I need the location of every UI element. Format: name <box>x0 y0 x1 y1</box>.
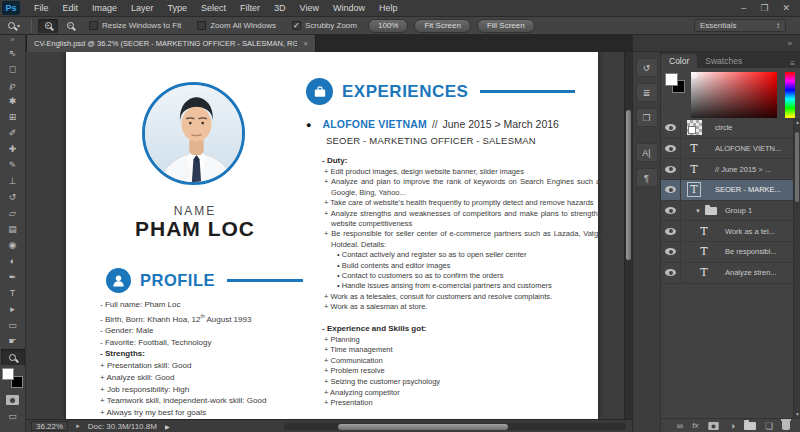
menu-type[interactable]: Type <box>161 0 195 16</box>
layer-comps-panel-icon[interactable]: ❐ <box>636 108 658 127</box>
status-forward-icon[interactable]: ▶ <box>165 423 170 430</box>
delete-layer-icon[interactable] <box>782 421 790 430</box>
menu-select[interactable]: Select <box>194 0 233 16</box>
scrollbar-thumb[interactable] <box>795 132 799 202</box>
foreground-color-swatch[interactable] <box>665 73 678 86</box>
history-panel-icon[interactable]: ↺ <box>636 58 658 77</box>
visibility-cell[interactable] <box>661 139 681 159</box>
layer-row[interactable]: T ALOFONE VIETN... <box>661 139 800 160</box>
scroll-down-icon[interactable]: ▼ <box>794 411 800 417</box>
layer-row-selected[interactable]: T SEOER - MARKE... <box>661 180 800 201</box>
eraser-tool-icon[interactable]: ▱ <box>1 205 25 221</box>
menu-layer[interactable]: Layer <box>124 0 161 16</box>
pen-tool-icon[interactable]: ✒ <box>1 269 25 285</box>
menu-view[interactable]: View <box>293 0 326 16</box>
fit-screen-button[interactable]: Fit Screen <box>414 19 470 33</box>
foreground-color-swatch[interactable] <box>2 368 14 380</box>
canvas-horizontal-scrollbar[interactable] <box>284 423 626 430</box>
layer-row[interactable]: T Analyze stren... <box>661 263 800 284</box>
tab-swatches[interactable]: Swatches <box>697 54 750 68</box>
layer-style-icon[interactable]: fx <box>692 421 698 431</box>
scrollbar-thumb[interactable] <box>338 424 508 430</box>
history-brush-tool-icon[interactable]: ↺ <box>1 189 25 205</box>
menu-file[interactable]: File <box>27 0 56 16</box>
status-arrow-icon: ▸ <box>76 422 80 430</box>
paragraph-panel-icon[interactable]: ¶ <box>636 168 658 187</box>
zoom-out-button[interactable]: − <box>60 19 80 33</box>
visibility-cell[interactable] <box>661 221 681 241</box>
layer-row[interactable]: T Work as a tel... <box>661 221 800 242</box>
quick-mask-icon[interactable] <box>1 392 25 408</box>
panel-menu-icon[interactable]: ≡ <box>790 59 795 68</box>
visibility-cell[interactable] <box>661 242 681 262</box>
resize-windows-checkbox[interactable]: Resize Windows to Fit <box>89 21 181 30</box>
blur-tool-icon[interactable]: ◉ <box>1 237 25 253</box>
new-layer-icon[interactable]: ❏ <box>765 421 773 431</box>
minimize-icon[interactable]: – <box>741 0 746 16</box>
new-adjustment-layer-icon[interactable]: ◑ <box>729 421 734 431</box>
shape-tool-icon[interactable]: ▭ <box>1 317 25 333</box>
properties-panel-icon[interactable]: ≣ <box>636 83 658 102</box>
eyedropper-tool-icon[interactable]: ✐ <box>1 125 25 141</box>
foreground-background-swatches[interactable] <box>2 368 24 388</box>
type-layer-icon: T <box>700 245 707 258</box>
add-mask-icon[interactable] <box>709 422 719 430</box>
scroll-up-icon[interactable]: ▲ <box>794 119 800 125</box>
layer-row[interactable]: T Be responsibl... <box>661 242 800 263</box>
visibility-cell[interactable] <box>661 159 681 179</box>
collapse-panels-chevron-icon[interactable]: » <box>788 39 792 48</box>
briefcase-icon <box>306 78 333 105</box>
layers-scrollbar[interactable]: ▲ ▼ <box>793 118 800 418</box>
clone-stamp-tool-icon[interactable]: ⊥ <box>1 173 25 189</box>
visibility-cell[interactable] <box>661 118 681 138</box>
collapse-chevron-icon[interactable]: » <box>11 35 15 45</box>
link-layers-icon[interactable]: ∞ <box>677 421 683 431</box>
tab-color[interactable]: Color <box>661 54 697 68</box>
visibility-cell[interactable] <box>661 201 681 221</box>
type-tool-icon[interactable]: T <box>1 285 25 301</box>
dodge-tool-icon[interactable]: ◐ <box>1 253 25 269</box>
zoom-100-button[interactable]: 100% <box>368 19 408 33</box>
zoom-in-button[interactable]: + <box>38 19 58 33</box>
tab-close-icon[interactable]: × <box>303 39 308 48</box>
path-selection-tool-icon[interactable]: ▸ <box>1 301 25 317</box>
healing-brush-tool-icon[interactable]: ✚ <box>1 141 25 157</box>
layer-row[interactable]: T // June 2015 > ... <box>661 159 800 180</box>
zoom-tool-icon[interactable] <box>1 349 25 365</box>
close-icon[interactable]: ✕ <box>782 0 790 16</box>
scrollbar-thumb[interactable] <box>626 110 631 260</box>
color-fg-bg-swatches[interactable] <box>665 73 687 95</box>
character-panel-icon[interactable]: A| <box>636 143 658 162</box>
workspace-switcher[interactable]: Essentials ↕ <box>694 19 786 32</box>
menu-filter[interactable]: Filter <box>233 0 267 16</box>
layer-row[interactable]: circle <box>661 118 800 139</box>
visibility-cell[interactable] <box>661 180 681 200</box>
marquee-tool-icon[interactable]: ◻ <box>1 61 25 77</box>
menu-edit[interactable]: Edit <box>56 0 86 16</box>
screen-mode-icon[interactable]: ▭ <box>1 408 25 424</box>
lasso-tool-icon[interactable]: ℘ <box>1 77 25 93</box>
layer-group-row[interactable]: ▼ Group 1 <box>661 201 800 222</box>
brush-tool-icon[interactable]: ✎ <box>1 157 25 173</box>
menu-image[interactable]: Image <box>85 0 124 16</box>
menu-3d[interactable]: 3D <box>267 0 293 16</box>
canvas-vertical-scrollbar[interactable] <box>624 52 632 419</box>
expand-triangle-icon[interactable]: ▼ <box>695 208 701 214</box>
photoshop-logo-icon[interactable]: Ps <box>2 1 20 15</box>
crop-tool-icon[interactable]: ⊞ <box>1 109 25 125</box>
restore-icon[interactable]: ❐ <box>760 0 768 16</box>
document-tab[interactable]: CV-English.psd @ 36.2% (SEOER - MARKETIN… <box>26 35 316 52</box>
quick-selection-tool-icon[interactable]: ✱ <box>1 93 25 109</box>
menu-help[interactable]: Help <box>372 0 405 16</box>
gradient-tool-icon[interactable]: ▤ <box>1 221 25 237</box>
tool-preset-caret-icon[interactable]: ▾ <box>17 22 20 29</box>
fill-screen-button[interactable]: Fill Screen <box>477 19 535 33</box>
move-tool-icon[interactable]: ⇖ <box>1 45 25 61</box>
zoom-all-windows-checkbox[interactable]: Zoom All Windows <box>197 21 276 30</box>
hand-tool-icon[interactable]: ☛ <box>1 333 25 349</box>
zoom-level-field[interactable]: 36.22% <box>31 421 68 431</box>
visibility-cell[interactable] <box>661 263 681 283</box>
menu-window[interactable]: Window <box>326 0 372 16</box>
scrubby-zoom-checkbox[interactable]: ✓ Scrubby Zoom <box>292 21 357 30</box>
new-group-icon[interactable] <box>744 422 756 430</box>
